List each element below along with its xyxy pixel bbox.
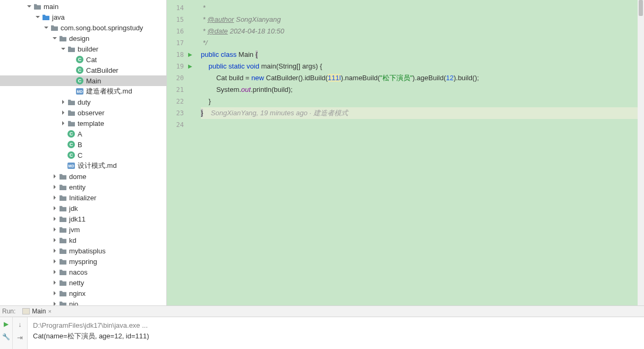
run-tab-label: Main: [32, 308, 46, 315]
tree-item[interactable]: myspring: [0, 256, 166, 267]
tree-item[interactable]: main: [0, 1, 166, 12]
tree-twisty[interactable]: [51, 206, 58, 211]
tree-twisty[interactable]: [51, 280, 58, 285]
tree-item-label: nacos: [69, 268, 88, 276]
line-number: 16: [167, 25, 193, 37]
line-number: 22: [167, 96, 193, 107]
package-icon: [58, 246, 67, 255]
tree-twisty[interactable]: [34, 14, 41, 20]
tree-item-label: nginx: [69, 290, 86, 297]
run-gutter-icon[interactable]: ▶: [188, 61, 192, 72]
tree-item[interactable]: nginx: [0, 288, 166, 299]
package-icon: [67, 45, 75, 53]
line-number: 14: [167, 2, 193, 14]
console-result: Cat(name=松下演员, age=12, id=111): [33, 331, 639, 342]
run-tab[interactable]: Main ×: [21, 308, 53, 315]
code-area[interactable]: * * @author SongXianyang * @date 2024-04…: [201, 0, 644, 305]
tree-item[interactable]: Initializer: [0, 192, 166, 203]
tree-item[interactable]: template: [0, 118, 166, 129]
package-icon: [58, 183, 67, 191]
tree-item-label: java: [52, 13, 65, 21]
tree-item[interactable]: design: [0, 33, 166, 44]
tree-twisty[interactable]: [51, 184, 58, 190]
class-run-icon: C: [67, 151, 75, 159]
tree-item-label: 建造者模式.md: [86, 87, 132, 96]
tree-item[interactable]: builder: [0, 44, 166, 54]
step-icon[interactable]: ⇥: [17, 334, 23, 342]
tree-item[interactable]: CB: [0, 139, 166, 150]
tree-item[interactable]: CCatBuilder: [0, 65, 166, 75]
console-output[interactable]: D:\ProgramFiles\jdk17\bin\java.exe ... C…: [28, 317, 644, 349]
tree-item-label: Cat: [86, 56, 97, 64]
package-icon: [58, 225, 67, 234]
tree-item[interactable]: CC: [0, 150, 166, 160]
tree-item-label: Initializer: [69, 194, 96, 202]
package-icon: [58, 236, 67, 244]
project-tree[interactable]: mainjavacom.song.boot.springstudydesignb…: [0, 0, 167, 305]
editor-fold-bar: [193, 0, 201, 305]
run-icon[interactable]: ▶: [4, 320, 9, 328]
package-icon: [50, 23, 58, 32]
tree-item[interactable]: MD建造者模式.md: [0, 86, 166, 97]
tree-item-label: A: [78, 130, 82, 138]
tree-item[interactable]: dome: [0, 171, 166, 182]
tree-twisty[interactable]: [51, 301, 58, 305]
tree-twisty[interactable]: [60, 46, 67, 52]
tree-item-label: 设计模式.md: [78, 161, 117, 171]
tree-item-label: jvm: [69, 226, 80, 234]
tree-item-label: jdk11: [69, 215, 86, 223]
wrench-icon[interactable]: 🔧: [2, 333, 10, 341]
tree-twisty[interactable]: [51, 174, 58, 179]
line-number: 23: [167, 107, 193, 119]
code-lens: SongXianYang, 19 minutes ago · 建造者模式: [203, 109, 348, 117]
tree-twisty[interactable]: [60, 99, 67, 105]
tree-twisty[interactable]: [51, 195, 58, 200]
tree-item[interactable]: duty: [0, 97, 166, 107]
tree-item[interactable]: CA: [0, 129, 166, 139]
tree-item[interactable]: java: [0, 12, 166, 22]
down-arrow-icon[interactable]: ↓: [18, 320, 22, 328]
tree-item[interactable]: netty: [0, 277, 166, 288]
tree-item[interactable]: entity: [0, 182, 166, 192]
tree-twisty[interactable]: [51, 259, 58, 264]
tree-twisty[interactable]: [51, 237, 58, 243]
tree-item[interactable]: CCat: [0, 54, 166, 65]
tree-twisty[interactable]: [51, 248, 58, 253]
tree-twisty[interactable]: [51, 291, 58, 296]
package-icon: [58, 278, 67, 287]
tree-twisty[interactable]: [60, 121, 67, 126]
run-gutter-icon[interactable]: ▶: [188, 49, 192, 61]
tree-item-label: Main: [86, 77, 101, 85]
tree-twisty[interactable]: [43, 25, 50, 30]
tree-item-label: entity: [69, 183, 86, 191]
line-number: 21: [167, 84, 193, 96]
tree-item[interactable]: nacos: [0, 267, 166, 277]
tree-item-label: jdk: [69, 205, 78, 212]
tree-twisty[interactable]: [51, 269, 58, 275]
tree-item[interactable]: mybatisplus: [0, 245, 166, 256]
tree-item-label: netty: [69, 279, 84, 287]
close-icon[interactable]: ×: [48, 308, 51, 314]
tree-item[interactable]: nio: [0, 299, 166, 305]
tree-twisty[interactable]: [26, 4, 33, 9]
editor-scrollbar[interactable]: [638, 0, 644, 305]
tree-item[interactable]: com.song.boot.springstudy: [0, 22, 166, 33]
tree-item[interactable]: MD设计模式.md: [0, 160, 166, 171]
tree-twisty[interactable]: [51, 36, 58, 41]
tree-item[interactable]: observer: [0, 107, 166, 118]
editor-gutter: 1415161718▶19▶2021222324: [167, 0, 193, 305]
tree-item[interactable]: jdk: [0, 203, 166, 214]
tree-twisty[interactable]: [51, 227, 58, 232]
tree-item[interactable]: jdk11: [0, 214, 166, 224]
tree-item-label: main: [44, 3, 58, 11]
package-icon: [67, 119, 75, 127]
run-tab-icon: [22, 308, 30, 314]
tree-twisty[interactable]: [51, 216, 58, 222]
tree-twisty[interactable]: [60, 110, 67, 115]
tree-item[interactable]: CMain: [0, 75, 166, 86]
tree-item[interactable]: kd: [0, 235, 166, 245]
tree-item[interactable]: jvm: [0, 224, 166, 235]
code-line: *: [201, 4, 206, 12]
tree-item-label: kd: [69, 236, 77, 244]
code-editor[interactable]: 1415161718▶19▶2021222324 * * @author Son…: [167, 0, 644, 305]
